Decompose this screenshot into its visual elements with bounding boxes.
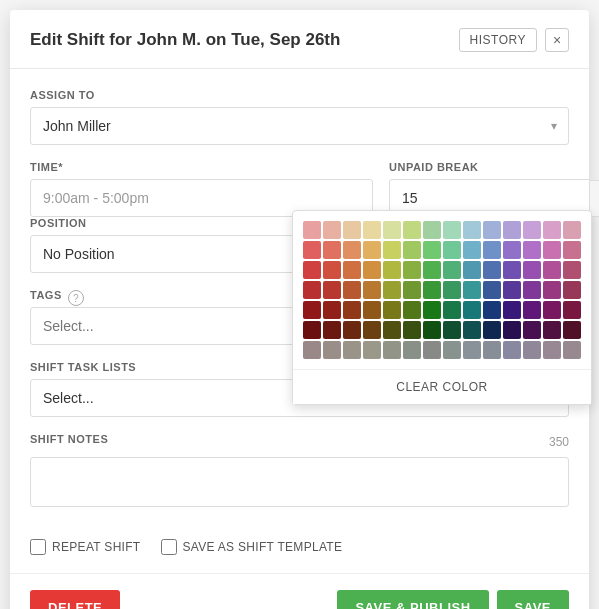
color-swatch[interactable] bbox=[483, 241, 501, 259]
color-swatch[interactable] bbox=[343, 341, 361, 359]
color-swatch[interactable] bbox=[463, 301, 481, 319]
color-swatch[interactable] bbox=[563, 341, 581, 359]
color-swatch[interactable] bbox=[463, 341, 481, 359]
color-swatch[interactable] bbox=[383, 321, 401, 339]
color-swatch[interactable] bbox=[323, 241, 341, 259]
color-swatch[interactable] bbox=[543, 321, 561, 339]
color-swatch[interactable] bbox=[543, 241, 561, 259]
repeat-shift-checkbox[interactable] bbox=[30, 539, 46, 555]
color-swatch[interactable] bbox=[423, 341, 441, 359]
color-swatch[interactable] bbox=[323, 221, 341, 239]
color-swatch[interactable] bbox=[483, 281, 501, 299]
repeat-shift-checkbox-label[interactable]: REPEAT SHIFT bbox=[30, 539, 141, 555]
color-swatch[interactable] bbox=[363, 341, 381, 359]
color-swatch[interactable] bbox=[463, 281, 481, 299]
save-template-checkbox[interactable] bbox=[161, 539, 177, 555]
color-swatch[interactable] bbox=[503, 281, 521, 299]
shift-notes-textarea[interactable] bbox=[30, 457, 569, 507]
color-swatch[interactable] bbox=[443, 281, 461, 299]
color-swatch[interactable] bbox=[563, 321, 581, 339]
color-swatch[interactable] bbox=[423, 241, 441, 259]
save-template-checkbox-label[interactable]: SAVE AS SHIFT TEMPLATE bbox=[161, 539, 343, 555]
color-swatch[interactable] bbox=[483, 301, 501, 319]
color-swatch[interactable] bbox=[443, 241, 461, 259]
color-swatch[interactable] bbox=[523, 261, 541, 279]
color-swatch[interactable] bbox=[363, 301, 381, 319]
color-swatch[interactable] bbox=[563, 261, 581, 279]
color-swatch[interactable] bbox=[363, 261, 381, 279]
color-swatch[interactable] bbox=[503, 301, 521, 319]
color-swatch[interactable] bbox=[343, 221, 361, 239]
color-swatch[interactable] bbox=[443, 301, 461, 319]
color-swatch[interactable] bbox=[303, 261, 321, 279]
color-swatch[interactable] bbox=[523, 221, 541, 239]
color-swatch[interactable] bbox=[483, 341, 501, 359]
color-swatch[interactable] bbox=[523, 301, 541, 319]
color-swatch[interactable] bbox=[523, 281, 541, 299]
color-swatch[interactable] bbox=[303, 321, 321, 339]
color-swatch[interactable] bbox=[543, 301, 561, 319]
color-swatch[interactable] bbox=[403, 261, 421, 279]
color-swatch[interactable] bbox=[503, 261, 521, 279]
color-swatch[interactable] bbox=[363, 241, 381, 259]
color-swatch[interactable] bbox=[303, 221, 321, 239]
color-swatch[interactable] bbox=[443, 321, 461, 339]
color-swatch[interactable] bbox=[403, 341, 421, 359]
color-swatch[interactable] bbox=[403, 321, 421, 339]
color-swatch[interactable] bbox=[303, 281, 321, 299]
color-swatch[interactable] bbox=[323, 321, 341, 339]
color-swatch[interactable] bbox=[463, 261, 481, 279]
color-swatch[interactable] bbox=[423, 281, 441, 299]
color-swatch[interactable] bbox=[403, 301, 421, 319]
color-swatch[interactable] bbox=[523, 321, 541, 339]
color-swatch[interactable] bbox=[563, 221, 581, 239]
color-swatch[interactable] bbox=[523, 341, 541, 359]
color-swatch[interactable] bbox=[343, 281, 361, 299]
color-swatch[interactable] bbox=[463, 321, 481, 339]
color-swatch[interactable] bbox=[423, 321, 441, 339]
close-button[interactable]: × bbox=[545, 28, 569, 52]
color-swatch[interactable] bbox=[383, 261, 401, 279]
color-swatch[interactable] bbox=[563, 241, 581, 259]
color-swatch[interactable] bbox=[503, 321, 521, 339]
color-swatch[interactable] bbox=[403, 281, 421, 299]
color-swatch[interactable] bbox=[383, 301, 401, 319]
color-swatch[interactable] bbox=[323, 261, 341, 279]
color-swatch[interactable] bbox=[543, 221, 561, 239]
color-swatch[interactable] bbox=[423, 221, 441, 239]
color-swatch[interactable] bbox=[323, 281, 341, 299]
save-button[interactable]: SAVE bbox=[497, 590, 569, 609]
color-swatch[interactable] bbox=[563, 281, 581, 299]
color-swatch[interactable] bbox=[423, 301, 441, 319]
color-swatch[interactable] bbox=[383, 281, 401, 299]
clear-color-button[interactable]: CLEAR COLOR bbox=[293, 369, 591, 404]
color-swatch[interactable] bbox=[343, 301, 361, 319]
color-swatch[interactable] bbox=[463, 241, 481, 259]
save-publish-button[interactable]: SAVE & PUBLISH bbox=[337, 590, 488, 609]
history-button[interactable]: HISTORY bbox=[459, 28, 537, 52]
color-swatch[interactable] bbox=[343, 321, 361, 339]
color-swatch[interactable] bbox=[503, 341, 521, 359]
color-swatch[interactable] bbox=[363, 321, 381, 339]
color-swatch[interactable] bbox=[463, 221, 481, 239]
color-swatch[interactable] bbox=[403, 241, 421, 259]
color-swatch[interactable] bbox=[303, 241, 321, 259]
assign-to-select[interactable]: John Miller bbox=[30, 107, 569, 145]
color-swatch[interactable] bbox=[443, 221, 461, 239]
color-swatch[interactable] bbox=[543, 281, 561, 299]
color-swatch[interactable] bbox=[443, 341, 461, 359]
color-swatch[interactable] bbox=[363, 281, 381, 299]
color-swatch[interactable] bbox=[443, 261, 461, 279]
color-swatch[interactable] bbox=[303, 341, 321, 359]
color-swatch[interactable] bbox=[323, 301, 341, 319]
color-swatch[interactable] bbox=[303, 301, 321, 319]
color-swatch[interactable] bbox=[383, 221, 401, 239]
color-swatch[interactable] bbox=[383, 241, 401, 259]
color-swatch[interactable] bbox=[563, 301, 581, 319]
color-swatch[interactable] bbox=[503, 241, 521, 259]
delete-button[interactable]: DELETE bbox=[30, 590, 120, 609]
color-swatch[interactable] bbox=[403, 221, 421, 239]
color-swatch[interactable] bbox=[483, 321, 501, 339]
color-swatch[interactable] bbox=[343, 241, 361, 259]
color-swatch[interactable] bbox=[503, 221, 521, 239]
